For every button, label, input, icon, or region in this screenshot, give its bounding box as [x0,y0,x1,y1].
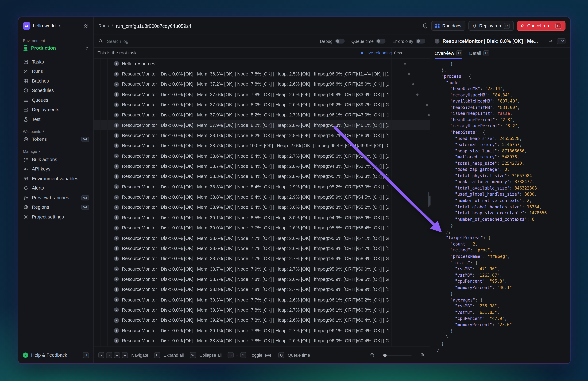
json-punct: , [497,310,500,315]
breadcrumb-runs[interactable]: Runs [98,23,109,29]
zoom-slider-knob[interactable] [383,354,387,357]
json-value: "1263.67" [477,273,500,278]
log-row[interactable]: iResourceMonitor | Disk: 0.0% [OK] | Mem… [94,213,430,223]
run-docs-button[interactable]: Run docs [431,21,465,31]
log-row[interactable]: iResourceMonitor | Disk: 0.0% [OK] | Mem… [94,90,430,100]
log-row[interactable]: iResourceMonitor | Disk: 0.0% [OK] | Mem… [94,161,430,172]
json-colon: : [509,186,514,191]
log-row[interactable]: iResourceMonitor | Disk: 0.0% [OK] | Mem… [94,336,430,346]
zoom-slider[interactable] [383,355,412,356]
info-icon: i [435,39,440,44]
chevron-updown-icon [85,46,89,50]
json-line: "memoryUsagePercent": "8.2", [437,123,570,130]
log-row[interactable]: iResourceMonitor | Disk: 0.0% [OK] | Mem… [94,120,430,130]
log-row[interactable]: iResourceMonitor | Disk: 0.0% [OK] | Mem… [94,79,430,89]
log-row[interactable]: iResourceMonitor | Disk: 0.0% [OK] | Mem… [94,295,430,305]
root-task-label[interactable]: This is the root task [98,50,136,55]
log-row[interactable]: iResourceMonitor | Disk: 0.0% [OK] | Mem… [94,100,430,110]
json-colon: : [468,242,473,247]
search-input[interactable] [106,38,205,44]
toolbar-shortcut-toggle-level[interactable]: 0–9Toggle level [228,352,273,358]
replay-run-button[interactable]: ↺ Replay run R [468,21,514,31]
sidebar-item-schedules[interactable]: Schedules [18,86,93,95]
sidebar-item-queues[interactable]: Queues [18,95,93,105]
toggle-errors-only[interactable]: Errors only [392,39,425,44]
json-viewer[interactable]: }},"process": {"node": {"heapUsedMB": "2… [430,59,570,363]
toolbar-shortcut-label: Expand all [164,353,184,357]
log-row[interactable]: iResourceMonitor | Disk: 0.0% [OK] | Mem… [94,315,430,325]
json-colon: : [507,173,512,178]
log-row[interactable]: iResourceMonitor | Disk: 0.0% [OK] | Mem… [94,130,430,141]
log-row[interactable]: iHello, resources! [94,59,430,69]
sidebar-item-batches[interactable]: Batches [18,76,93,86]
log-row[interactable]: iResourceMonitor | Disk: 0.0% [OK] | Mem… [94,274,430,284]
environment-selector[interactable]: Production [18,44,93,52]
log-row[interactable]: iResourceMonitor | Disk: 0.0% [OK] | Mem… [94,223,430,233]
log-row[interactable]: iResourceMonitor | Disk: 0.0% [OK] | Mem… [94,141,430,151]
log-row[interactable]: iResourceMonitor | Disk: 0.0% [OK] | Mem… [94,253,430,264]
sidebar-item-alerts[interactable]: Alerts [18,183,93,193]
zoom-out-icon[interactable] [370,353,375,358]
waitpoints-section-header[interactable]: Waitpoints ▾ [23,129,89,134]
toolbar-shortcut-collapse-all[interactable]: WCollapse all [190,352,222,358]
caret-down-icon: ▾ [39,150,40,153]
zoom-in-icon[interactable] [420,353,425,358]
panel-resize-handle[interactable] [429,196,430,206]
log-row[interactable]: iResourceMonitor | Disk: 0.0% [OK] | Mem… [94,151,430,161]
log-row[interactable]: iResourceMonitor | Disk: 0.0% [OK] | Mem… [94,202,430,213]
help-feedback[interactable]: ? Help & Feedback H [18,347,93,363]
toolbar-shortcut-queue-time[interactable]: QQueue time [278,352,310,358]
toggle-switch[interactable] [416,39,425,44]
log-row[interactable]: iResourceMonitor | Disk: 0.0% [OK] | Mem… [94,172,430,182]
sidebar-item-regions[interactable]: RegionsV4 [18,202,93,212]
toggle-switch[interactable] [335,39,345,44]
sidebar-item-runs[interactable]: Runs [18,67,93,76]
json-line: "peak_malloced_memory": 8338472, [437,179,570,185]
sidebar-item-api-keys[interactable]: API keys [18,164,93,174]
toolbar-shortcut-expand-all[interactable]: EExpand all [154,352,184,358]
project-switcher[interactable]: er hello-world [18,17,93,35]
toggle-switch[interactable] [376,39,386,44]
sidebar-item-bulk-actions[interactable]: Bulk actions [18,155,93,164]
json-key: "count" [450,242,468,247]
breadcrumb-separator: / [112,23,113,29]
sidebar-item-test[interactable]: Test [18,114,93,124]
people-icon[interactable] [83,23,89,29]
log-row[interactable]: iResourceMonitor | Disk: 0.0% [OK] | Mem… [94,305,430,315]
log-row[interactable]: iResourceMonitor | Disk: 0.0% [OK] | Mem… [94,233,430,243]
log-row[interactable]: iResourceMonitor | Disk: 0.0% [OK] | Mem… [94,326,430,336]
log-row[interactable]: iResourceMonitor | Disk: 0.0% [OK] | Mem… [94,284,430,295]
info-icon: i [114,61,119,66]
log-row[interactable]: iResourceMonitor | Disk: 0.0% [OK] | Mem… [94,192,430,202]
goto-detail-icon[interactable] [549,39,554,44]
json-key: "used_heap_size" [455,136,495,141]
sidebar-item-environment-variables[interactable]: Environment variables [18,174,93,183]
org-avatar: er [23,22,30,30]
sidebar-item-tasks[interactable]: Tasks [18,57,93,67]
sidebar-item-tokens[interactable]: TokensV4 [18,134,93,144]
json-punct: , [500,273,502,278]
manage-section-header[interactable]: Manage ▾ [23,149,89,154]
toggle-label: Errors only [392,39,413,43]
log-row[interactable]: iResourceMonitor | Disk: 0.0% [OK] | Mem… [94,69,430,79]
cancel-run-button[interactable]: ⊘ Cancel run... C [517,21,566,31]
sidebar-item-preview-branches[interactable]: Preview branchesV4 [18,193,93,202]
sidebar-item-deployments[interactable]: Deployments [18,105,93,114]
log-row[interactable]: iResourceMonitor | Disk: 0.0% [OK] | Mem… [94,110,430,120]
json-colon: : [472,304,477,309]
tab-detail[interactable]: Detail D [469,48,489,59]
log-row[interactable]: iResourceMonitor | Disk: 0.0% [OK] | Mem… [94,243,430,253]
inspector-header: i ResourceMonitor | Disk: 0.0% [OK] | Me… [430,35,570,48]
log-row[interactable]: iResourceMonitor | Disk: 0.0% [OK] | Mem… [94,264,430,274]
sidebar-item-project-settings[interactable]: Project settings [18,212,93,222]
live-reloading-indicator[interactable]: Live reloading [361,51,392,55]
toggle-debug[interactable]: Debug [320,39,345,44]
json-value: 8338472 [514,180,532,185]
keycap-esc[interactable]: Esc [557,38,566,44]
toggle-queue-time[interactable]: Queue time [351,39,386,44]
tab-overview[interactable]: Overview O [435,48,462,59]
info-icon: i [114,174,119,179]
log-scrollbar[interactable] [428,192,429,207]
toolbar-shortcut-navigate[interactable]: ▲▼◀▶Navigate [98,352,148,358]
log-row[interactable]: iResourceMonitor | Disk: 0.0% [OK] | Mem… [94,182,430,192]
